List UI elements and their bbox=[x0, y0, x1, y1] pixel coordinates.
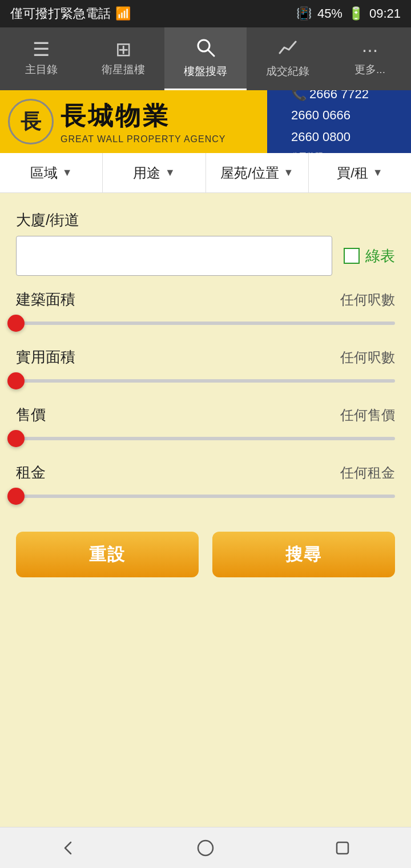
building-field-row: 綠表 bbox=[16, 236, 395, 276]
main-content: 大廈/街道 綠表 建築面積 任何呎數 實用面積 任何呎數 bbox=[0, 193, 411, 827]
building-area-value: 任何呎數 bbox=[340, 291, 395, 309]
svg-line-1 bbox=[208, 50, 214, 56]
android-nav bbox=[0, 827, 411, 868]
usable-area-track bbox=[16, 379, 395, 383]
filter-buyrent-arrow: ▼ bbox=[373, 167, 383, 179]
status-bar: 僅可撥打緊急電話 📶 📳 45% 🔋 09:21 bbox=[0, 0, 411, 27]
records-icon bbox=[277, 37, 298, 61]
svg-point-2 bbox=[198, 841, 213, 855]
building-area-header: 建築面積 任何呎數 bbox=[16, 290, 395, 310]
filter-usage[interactable]: 用途 ▼ bbox=[103, 153, 206, 192]
status-emergency-text: 僅可撥打緊急電話 bbox=[10, 5, 111, 22]
building-input[interactable] bbox=[16, 236, 332, 276]
brand-license: 公司牌照：C-008308 bbox=[291, 150, 366, 153]
satellite-icon: ⊞ bbox=[115, 39, 131, 59]
building-area-title: 建築面積 bbox=[16, 290, 75, 310]
phone-row-3: 2660 0800 bbox=[291, 126, 350, 147]
building-area-section: 建築面積 任何呎數 bbox=[16, 290, 395, 331]
search-label: 樓盤搜尋 bbox=[184, 64, 227, 79]
svg-rect-3 bbox=[337, 842, 348, 854]
phone-icon: 📞 bbox=[291, 90, 307, 105]
rent-title: 租金 bbox=[16, 463, 46, 483]
filter-estate[interactable]: 屋苑/位置 ▼ bbox=[206, 153, 309, 192]
usable-area-section: 實用面積 任何呎數 bbox=[16, 347, 395, 389]
search-icon bbox=[195, 37, 216, 61]
nav-item-main-catalog[interactable]: ☰ 主目錄 bbox=[0, 27, 82, 90]
usable-area-title: 實用面積 bbox=[16, 347, 75, 367]
status-left: 僅可撥打緊急電話 📶 bbox=[10, 5, 131, 22]
filter-area[interactable]: 區域 ▼ bbox=[0, 153, 103, 192]
rent-track-wrap bbox=[16, 488, 395, 504]
main-catalog-label: 主目錄 bbox=[25, 62, 58, 77]
sale-price-value: 任何售價 bbox=[340, 406, 395, 424]
green-table-checkbox[interactable] bbox=[344, 248, 360, 264]
rent-header: 租金 任何租金 bbox=[16, 463, 395, 483]
usable-area-thumb[interactable] bbox=[7, 372, 25, 389]
reset-button[interactable]: 重設 bbox=[16, 532, 199, 577]
nav-item-search[interactable]: 樓盤搜尋 bbox=[164, 27, 247, 90]
sale-price-section: 售價 任何售價 bbox=[16, 405, 395, 447]
green-table-label[interactable]: 綠表 bbox=[344, 246, 395, 266]
rent-section: 租金 任何租金 bbox=[16, 463, 395, 504]
building-area-track bbox=[16, 322, 395, 325]
filter-buyrent[interactable]: 買/租 ▼ bbox=[309, 153, 411, 192]
recent-button[interactable] bbox=[325, 831, 360, 865]
brand-contact: 📞 2666 7722 2660 0666 2660 0800 公司牌照：C-0… bbox=[274, 90, 369, 153]
filter-row: 區域 ▼ 用途 ▼ 屋苑/位置 ▼ 買/租 ▼ bbox=[0, 153, 411, 193]
brand-sub: GREAT WALL PROPERTY AGENCY bbox=[61, 134, 225, 144]
nav-item-satellite[interactable]: ⊞ 衛星搵樓 bbox=[82, 27, 164, 90]
records-label: 成交紀錄 bbox=[266, 64, 309, 79]
nav-bar: ☰ 主目錄 ⊞ 衛星搵樓 樓盤搜尋 成交紀錄 ··· 更多... bbox=[0, 27, 411, 90]
usable-area-header: 實用面積 任何呎數 bbox=[16, 347, 395, 367]
battery-icon: 🔋 bbox=[348, 6, 364, 21]
green-table-text: 綠表 bbox=[365, 246, 395, 266]
satellite-label: 衛星搵樓 bbox=[102, 62, 145, 77]
sale-price-thumb[interactable] bbox=[7, 430, 25, 447]
sale-price-track bbox=[16, 437, 395, 440]
brand-logo: 長 bbox=[8, 99, 54, 144]
battery-text: 45% bbox=[317, 6, 342, 21]
rent-track bbox=[16, 495, 395, 498]
phone-row-1: 📞 2666 7722 bbox=[291, 90, 369, 105]
phone3: 2660 0800 bbox=[291, 126, 350, 147]
btn-row: 重設 搜尋 bbox=[16, 532, 395, 577]
filter-estate-label: 屋苑/位置 bbox=[220, 164, 279, 182]
more-label: 更多... bbox=[354, 62, 385, 77]
phone-row-2: 2660 0666 bbox=[291, 105, 350, 126]
home-button[interactable] bbox=[188, 831, 223, 865]
usable-area-track-wrap bbox=[16, 373, 395, 389]
phone1: 2666 7722 bbox=[309, 90, 369, 105]
main-catalog-icon: ☰ bbox=[33, 39, 50, 59]
nav-item-records[interactable]: 成交紀錄 bbox=[247, 27, 329, 90]
sale-price-track-wrap bbox=[16, 431, 395, 447]
more-icon: ··· bbox=[362, 39, 378, 59]
sale-price-header: 售價 任何售價 bbox=[16, 405, 395, 425]
nav-item-more[interactable]: ··· 更多... bbox=[329, 27, 411, 90]
status-right: 📳 45% 🔋 09:21 bbox=[296, 6, 401, 21]
phone2: 2660 0666 bbox=[291, 105, 350, 126]
filter-usage-arrow: ▼ bbox=[165, 167, 175, 179]
building-label: 大廈/街道 bbox=[16, 210, 395, 230]
filter-usage-label: 用途 bbox=[133, 164, 160, 182]
brand-banner: 長 長城物業 GREAT WALL PROPERTY AGENCY 📞 2666… bbox=[0, 90, 411, 153]
filter-estate-arrow: ▼ bbox=[284, 167, 294, 179]
building-area-track-wrap bbox=[16, 315, 395, 331]
vibrate-icon: 📳 bbox=[296, 6, 312, 21]
filter-area-arrow: ▼ bbox=[62, 167, 72, 179]
brand-text: 長城物業 GREAT WALL PROPERTY AGENCY bbox=[61, 99, 225, 144]
filter-area-label: 區域 bbox=[30, 164, 58, 182]
time-text: 09:21 bbox=[369, 6, 401, 21]
search-button[interactable]: 搜尋 bbox=[212, 532, 395, 577]
back-button[interactable] bbox=[51, 831, 86, 865]
brand-logo-area: 長 長城物業 GREAT WALL PROPERTY AGENCY bbox=[0, 99, 274, 144]
building-area-thumb[interactable] bbox=[7, 315, 25, 332]
rent-value: 任何租金 bbox=[340, 464, 395, 482]
brand-name: 長城物業 bbox=[61, 99, 225, 133]
signal-icon: 📶 bbox=[115, 6, 131, 21]
building-section: 大廈/街道 綠表 bbox=[16, 210, 395, 276]
usable-area-value: 任何呎數 bbox=[340, 348, 395, 367]
filter-buyrent-label: 買/租 bbox=[337, 164, 368, 182]
rent-thumb[interactable] bbox=[7, 488, 25, 505]
sale-price-title: 售價 bbox=[16, 405, 46, 425]
